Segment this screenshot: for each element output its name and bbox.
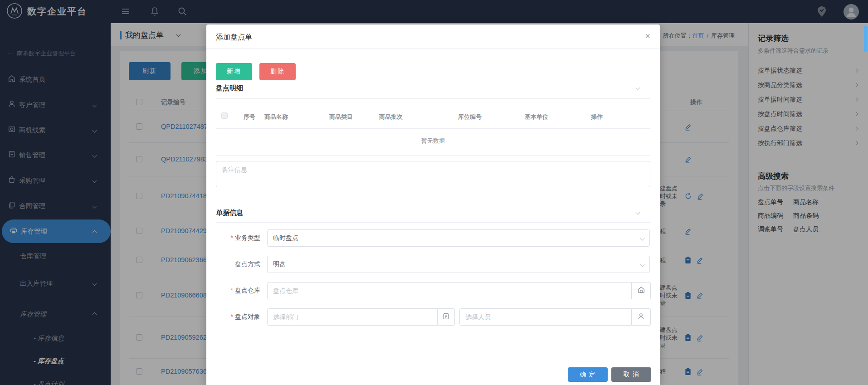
confirm-button[interactable]: 确 定 <box>568 367 608 382</box>
chevron-down-icon <box>640 236 645 241</box>
count-method-value: 明盘 <box>273 260 286 268</box>
cancel-button[interactable]: 取 消 <box>611 367 651 382</box>
detail-col-batch: 商品批次 <box>379 113 403 121</box>
divider <box>206 48 660 49</box>
modal-title: 添加盘点单 <box>216 33 252 42</box>
select-person-input[interactable] <box>459 308 632 326</box>
detail-col-location: 库位编号 <box>458 113 482 121</box>
empty-data-text: 暂无数据 <box>206 137 660 145</box>
detail-select-all-checkbox[interactable] <box>221 112 228 119</box>
delete-row-button[interactable]: 删除 <box>259 63 296 80</box>
warehouse-picker-button[interactable] <box>632 282 651 299</box>
business-type-label: *业务类型 <box>206 234 260 242</box>
detail-col-product-name: 商品名称 <box>264 113 288 121</box>
remark-textarea[interactable] <box>216 161 650 187</box>
count-method-label: 盘点方式 <box>206 260 260 268</box>
divider <box>216 98 650 99</box>
divider <box>216 155 650 156</box>
required-mark: * <box>231 287 233 294</box>
divider <box>216 222 650 223</box>
detail-col-seq: 序号 <box>244 113 255 121</box>
business-type-value: 临时盘点 <box>273 234 298 242</box>
count-method-select[interactable]: 明盘 <box>267 256 650 273</box>
detail-col-actions: 操作 <box>591 113 603 121</box>
business-type-select[interactable]: 临时盘点 <box>267 229 650 247</box>
detail-col-unit: 基本单位 <box>525 113 548 121</box>
form-section-title: 单据信息 <box>216 209 243 217</box>
chevron-down-icon <box>640 263 645 267</box>
new-row-button[interactable]: 新增 <box>216 63 252 80</box>
count-target-label: *盘点对象 <box>206 313 260 321</box>
select-department-input[interactable] <box>267 308 438 326</box>
detail-section-title: 盘点明细 <box>216 84 243 93</box>
divider <box>206 359 660 359</box>
required-mark: * <box>231 234 233 241</box>
add-count-sheet-modal: 添加盘点单 × 新增 删除 盘点明细 序号 商品名称 商品类目 商品批次 库位编… <box>206 24 660 385</box>
chevron-down-icon[interactable] <box>636 86 640 90</box>
chevron-down-icon[interactable] <box>636 210 640 215</box>
warehouse-icon <box>637 286 645 296</box>
detail-col-category: 商品类目 <box>329 113 353 121</box>
user-icon <box>637 312 645 322</box>
scrollbar-thumb[interactable] <box>864 26 868 52</box>
warehouse-input[interactable] <box>267 282 632 299</box>
department-icon <box>442 312 450 322</box>
warehouse-label: *盘点仓库 <box>206 287 260 295</box>
department-picker-button[interactable] <box>438 308 455 326</box>
close-icon[interactable]: × <box>641 29 654 43</box>
divider <box>216 128 650 129</box>
person-picker-button[interactable] <box>632 308 651 326</box>
required-mark: * <box>231 313 233 320</box>
